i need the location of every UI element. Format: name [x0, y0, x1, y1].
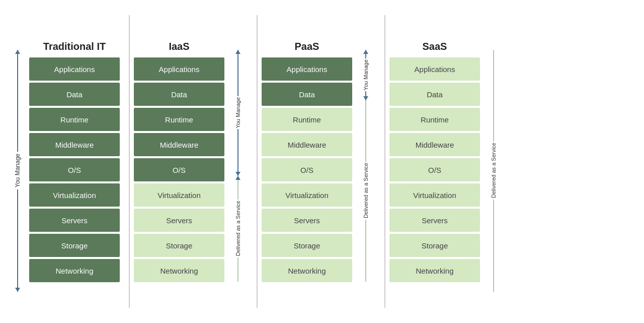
list-item: Storage: [262, 234, 352, 257]
list-item: Virtualization: [134, 183, 224, 207]
list-item: Storage: [134, 234, 224, 257]
list-item: Virtualization: [389, 183, 480, 207]
saas-title: SaaS: [423, 41, 447, 52]
list-item: Servers: [134, 209, 224, 232]
separator-3: [384, 15, 385, 308]
iaas-you-manage-label: You Manage: [235, 96, 241, 129]
paas-column: PaaS Applications Data Runtime Middlewar…: [262, 41, 352, 282]
list-item: Applications: [29, 57, 120, 81]
list-item: Middleware: [29, 133, 120, 156]
iaas-delivered-label: Delivered as a Service: [235, 200, 241, 257]
list-item: O/S: [29, 158, 120, 181]
list-item: Runtime: [262, 108, 352, 131]
list-item: Networking: [389, 259, 480, 282]
traditional-it-column: Traditional IT Applications Data Runtime…: [29, 41, 120, 282]
list-item: Data: [29, 83, 120, 106]
separator-1: [129, 15, 130, 308]
traditional-it-you-manage-label: You Manage: [14, 152, 21, 189]
iaas-title: IaaS: [169, 41, 189, 52]
saas-delivered-label: Delivered as a Service: [491, 142, 497, 199]
traditional-it-title: Traditional IT: [43, 41, 106, 52]
list-item: Runtime: [29, 108, 120, 131]
paas-delivered-label: Delivered as a Service: [363, 162, 369, 219]
saas-column: SaaS Applications Data Runtime Middlewar…: [389, 41, 480, 282]
paas-title: PaaS: [295, 41, 319, 52]
saas-right-arrow: Delivered as a Service: [484, 50, 503, 292]
paas-stack: Applications Data Runtime Middleware O/S…: [262, 57, 352, 282]
list-item: Runtime: [134, 108, 224, 131]
list-item: Virtualization: [262, 183, 352, 207]
list-item: Middleware: [262, 133, 352, 156]
list-item: Servers: [389, 209, 480, 232]
iaas-stack: Applications Data Runtime Middleware O/S…: [134, 57, 224, 282]
separator-2: [257, 15, 258, 308]
list-item: O/S: [134, 158, 224, 181]
list-item: Storage: [389, 234, 480, 257]
diagram: You Manage Traditional IT Applications D…: [0, 0, 644, 323]
list-item: Applications: [389, 57, 480, 81]
list-item: Applications: [262, 57, 352, 81]
traditional-it-stack: Applications Data Runtime Middleware O/S…: [29, 57, 120, 282]
list-item: Servers: [29, 209, 120, 232]
list-item: Storage: [29, 234, 120, 257]
list-item: Data: [262, 83, 352, 106]
list-item: Networking: [262, 259, 352, 282]
list-item: Middleware: [389, 133, 480, 156]
list-item: O/S: [262, 158, 352, 181]
list-item: Applications: [134, 57, 224, 81]
list-item: O/S: [389, 158, 480, 181]
paas-you-manage-label: You Manage: [363, 58, 369, 91]
traditional-it-left-arrow: You Manage: [10, 50, 25, 292]
list-item: Networking: [29, 259, 120, 282]
iaas-column: IaaS Applications Data Runtime Middlewar…: [134, 41, 224, 282]
list-item: Data: [134, 83, 224, 106]
iaas-right-arrow: You Manage Delivered as a Service: [228, 50, 248, 292]
list-item: Networking: [134, 259, 224, 282]
list-item: Data: [389, 83, 480, 106]
list-item: Runtime: [389, 108, 480, 131]
paas-right-arrow: You Manage Delivered as a Service: [356, 50, 375, 292]
list-item: Servers: [262, 209, 352, 232]
list-item: Middleware: [134, 133, 224, 156]
list-item: Virtualization: [29, 183, 120, 207]
saas-stack: Applications Data Runtime Middleware O/S…: [389, 57, 480, 282]
